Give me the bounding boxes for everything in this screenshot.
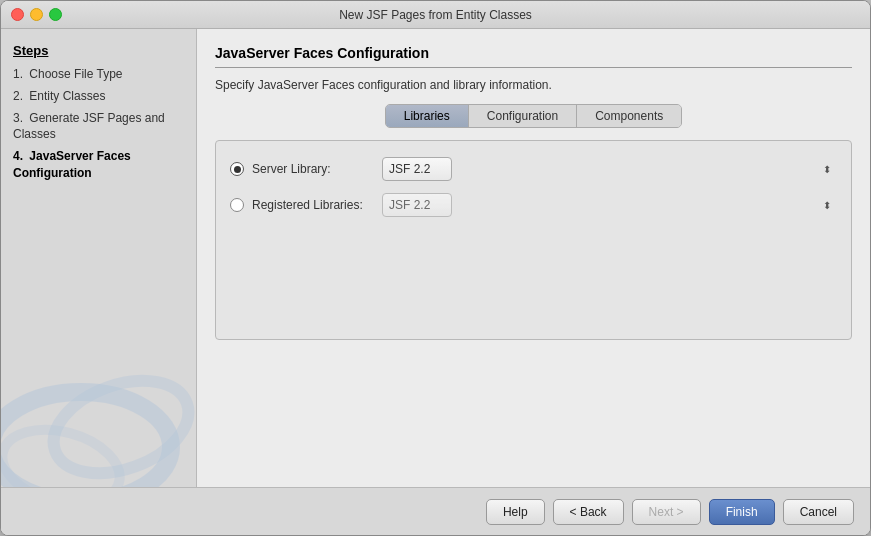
step-1: 1. Choose File Type [13,66,184,83]
minimize-button[interactable] [30,8,43,21]
title-bar: New JSF Pages from Entity Classes [1,1,870,29]
server-library-radio[interactable] [230,162,244,176]
steps-heading: Steps [13,43,184,58]
maximize-button[interactable] [49,8,62,21]
window-controls [11,8,62,21]
step-4: 4. JavaServer Faces Configuration [13,148,184,182]
section-title: JavaServer Faces Configuration [215,45,852,68]
cancel-button[interactable]: Cancel [783,499,854,525]
tab-bar: Libraries Configuration Components [215,104,852,128]
content-panel: JavaServer Faces Configuration Specify J… [197,29,870,487]
help-button[interactable]: Help [486,499,545,525]
registered-libraries-select-wrapper: JSF 2.2 [382,193,837,217]
registered-libraries-label: Registered Libraries: [252,198,382,212]
tab-configuration[interactable]: Configuration [469,105,577,127]
step-2: 2. Entity Classes [13,88,184,105]
next-button[interactable]: Next > [632,499,701,525]
registered-libraries-select[interactable]: JSF 2.2 [382,193,452,217]
steps-list: 1. Choose File Type 2. Entity Classes 3.… [13,66,184,187]
tab-libraries[interactable]: Libraries [386,105,469,127]
server-library-select-wrapper: JSF 2.2 [382,157,837,181]
libraries-panel: Server Library: JSF 2.2 Registered Libra… [215,140,852,340]
registered-libraries-row: Registered Libraries: JSF 2.2 [230,193,837,217]
tab-group: Libraries Configuration Components [385,104,682,128]
sidebar: Steps 1. Choose File Type 2. Entity Clas… [1,29,197,487]
server-library-select[interactable]: JSF 2.2 [382,157,452,181]
back-button[interactable]: < Back [553,499,624,525]
window-title: New JSF Pages from Entity Classes [339,8,532,22]
server-library-label: Server Library: [252,162,382,176]
close-button[interactable] [11,8,24,21]
watermark-graphic [1,357,197,487]
registered-libraries-radio[interactable] [230,198,244,212]
section-description: Specify JavaServer Faces configuration a… [215,78,852,92]
main-window: New JSF Pages from Entity Classes Steps … [0,0,871,536]
bottom-bar: Help < Back Next > Finish Cancel [1,487,870,535]
finish-button[interactable]: Finish [709,499,775,525]
main-content: Steps 1. Choose File Type 2. Entity Clas… [1,29,870,487]
step-3: 3. Generate JSF Pages and Classes [13,110,184,144]
tab-components[interactable]: Components [577,105,681,127]
server-library-row: Server Library: JSF 2.2 [230,157,837,181]
